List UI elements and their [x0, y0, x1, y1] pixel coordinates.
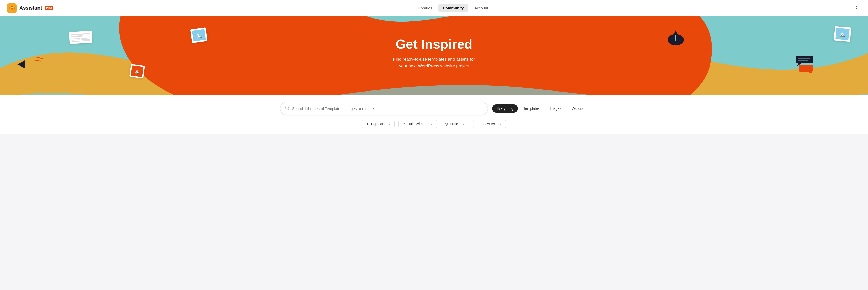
popular-filter-button[interactable]: ✦ Popular ⌃⌄: [362, 120, 395, 128]
viewas-chevron-icon: ⌃⌄: [497, 122, 502, 126]
hero-content: Get Inspired Find ready-to-use templates…: [388, 26, 480, 85]
viewas-filter-label: View As: [483, 122, 495, 126]
app-name: Assistant: [19, 5, 42, 11]
search-filter-chips: Everything Templates Images Vectors: [492, 105, 588, 113]
deco-photo-left: 🏔️: [191, 28, 207, 42]
search-section: Everything Templates Images Vectors: [0, 95, 868, 115]
pro-badge: PRO: [44, 6, 54, 10]
price-filter-icon: ◎: [445, 122, 448, 126]
search-icon: [285, 106, 289, 112]
svg-line-16: [288, 109, 289, 110]
viewas-filter-button[interactable]: ⊞ View As ⌃⌄: [473, 120, 506, 128]
app-header: 🧇 Assistant PRO Libraries Community Acco…: [0, 0, 868, 16]
filter-everything[interactable]: Everything: [492, 105, 518, 113]
deco-spark-lines: [35, 56, 48, 64]
popular-filter-label: Popular: [371, 122, 383, 126]
price-chevron-icon: ⌃⌄: [460, 122, 465, 126]
search-input[interactable]: [292, 107, 483, 111]
popular-chevron-icon: ⌃⌄: [385, 122, 391, 126]
header-actions: ⋮: [852, 3, 861, 13]
hero-subtitle: Find ready-to-use templates and assets f…: [393, 56, 475, 69]
builtwith-chevron-icon: ⌃⌄: [428, 122, 433, 126]
svg-rect-13: [799, 65, 813, 72]
filter-images[interactable]: Images: [545, 105, 566, 113]
builtwith-filter-button[interactable]: ✦ Built With... ⌃⌄: [398, 120, 437, 128]
svg-marker-1: [18, 60, 25, 68]
filter-templates[interactable]: Templates: [519, 105, 544, 113]
svg-rect-8: [675, 35, 677, 40]
svg-line-2: [36, 57, 42, 59]
nav-community[interactable]: Community: [438, 4, 468, 12]
main-nav: Libraries Community Account: [413, 4, 493, 12]
svg-point-5: [669, 35, 676, 42]
builtwith-filter-label: Built With...: [408, 122, 426, 126]
svg-line-3: [35, 60, 40, 61]
deco-photo-right: 🏔️: [834, 27, 850, 41]
svg-marker-7: [673, 30, 678, 35]
filter-vectors[interactable]: Vectors: [567, 105, 588, 113]
nav-account[interactable]: Account: [470, 4, 493, 12]
hero-banner: 🏔️ 🏔️ 🏔️: [0, 16, 868, 95]
svg-marker-14: [808, 72, 812, 73]
popular-filter-icon: ✦: [366, 122, 369, 126]
price-filter-label: Price: [450, 122, 458, 126]
deco-photo-small: 🏔️: [130, 65, 144, 78]
viewas-filter-icon: ⊞: [477, 122, 480, 126]
search-bar: [280, 102, 488, 115]
builtwith-filter-icon: ✦: [403, 122, 406, 126]
hero-title: Get Inspired: [393, 36, 475, 52]
more-options-button[interactable]: ⋮: [852, 3, 861, 13]
svg-rect-9: [796, 56, 813, 63]
filter-row: ✦ Popular ⌃⌄ ✦ Built With... ⌃⌄ ◎ Price …: [0, 115, 868, 134]
nav-libraries[interactable]: Libraries: [413, 4, 437, 12]
app-logo-icon: 🧇: [7, 3, 17, 13]
deco-newspaper: [69, 31, 92, 44]
price-filter-button[interactable]: ◎ Price ⌃⌄: [441, 120, 469, 128]
deco-cloud-upload: [665, 28, 686, 48]
svg-point-6: [676, 36, 682, 42]
deco-triangle: [18, 60, 25, 69]
header-logo-area: 🧇 Assistant PRO: [7, 3, 54, 13]
deco-chat-bubbles: [796, 56, 816, 74]
